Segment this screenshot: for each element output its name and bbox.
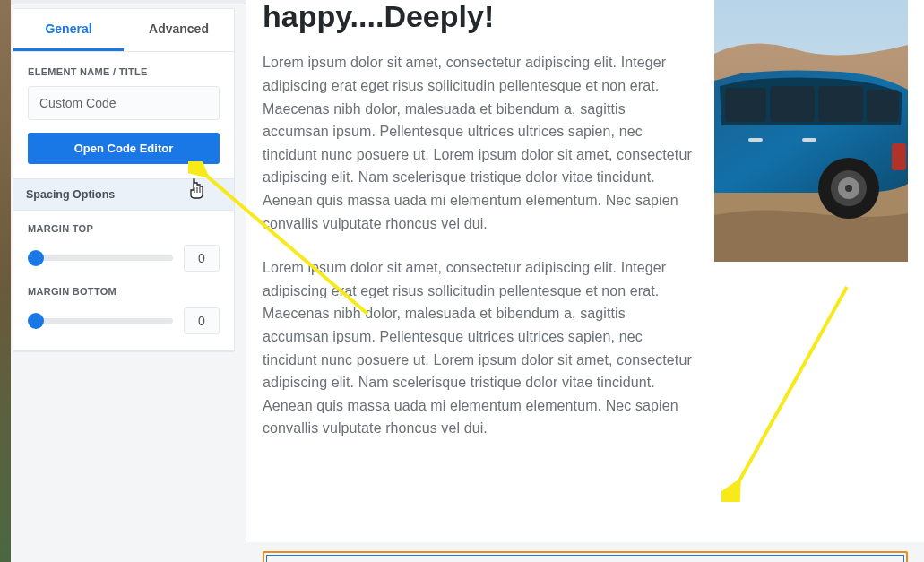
svg-rect-11	[748, 138, 763, 142]
margin-top-thumb[interactable]	[28, 250, 44, 266]
margin-bottom-value[interactable]: 0	[184, 307, 220, 334]
margin-bottom-slider[interactable]	[28, 318, 173, 324]
page-title: happy....Deeply!	[263, 0, 693, 33]
svg-rect-1	[725, 88, 766, 122]
svg-rect-3	[818, 86, 863, 122]
paragraph-1: Lorem ipsum dolor sit amet, consectetur …	[263, 51, 693, 235]
custom-code-block[interactable]: Custom HTML/Javascript	[263, 551, 908, 562]
margin-top-value[interactable]: 0	[184, 245, 220, 272]
hero-image	[714, 0, 908, 262]
margin-top-slider[interactable]	[28, 255, 173, 261]
element-name-label: ELEMENT NAME / TITLE	[28, 66, 220, 77]
margin-top-label: MARGIN TOP	[28, 223, 220, 234]
open-code-editor-button[interactable]: Open Code Editor	[28, 133, 220, 164]
custom-code-inner: Custom HTML/Javascript	[266, 555, 904, 562]
svg-rect-4	[867, 90, 899, 122]
svg-rect-2	[770, 86, 815, 122]
element-name-section: ELEMENT NAME / TITLE	[13, 52, 234, 129]
hero-row: happy....Deeply! Lorem ipsum dolor sit a…	[263, 0, 908, 462]
margin-bottom-thumb[interactable]	[28, 313, 44, 329]
margin-bottom-label: MARGIN BOTTOM	[28, 286, 220, 297]
car-image-icon	[714, 0, 908, 262]
spacing-options-body: MARGIN TOP 0 MARGIN BOTTOM 0	[13, 211, 234, 351]
hero-text: happy....Deeply! Lorem ipsum dolor sit a…	[263, 0, 693, 462]
svg-rect-9	[892, 143, 906, 170]
margin-top-row: 0	[28, 245, 220, 272]
svg-point-8	[845, 185, 852, 192]
margin-bottom-row: 0	[28, 307, 220, 334]
tab-advanced[interactable]: Advanced	[124, 9, 234, 51]
canvas: happy....Deeply! Lorem ipsum dolor sit a…	[246, 0, 924, 542]
paragraph-2: Lorem ipsum dolor sit amet, consectetur …	[263, 256, 693, 440]
svg-rect-10	[802, 138, 816, 142]
element-name-input[interactable]	[28, 86, 220, 120]
sidebar-panel: General Advanced ELEMENT NAME / TITLE Op…	[13, 8, 235, 352]
sidebar-tabs: General Advanced	[13, 9, 234, 52]
tab-general[interactable]: General	[13, 9, 124, 51]
spacing-options-header[interactable]: Spacing Options	[13, 178, 234, 211]
body-edge-strip	[0, 0, 11, 562]
page-content: happy....Deeply! Lorem ipsum dolor sit a…	[246, 0, 924, 462]
